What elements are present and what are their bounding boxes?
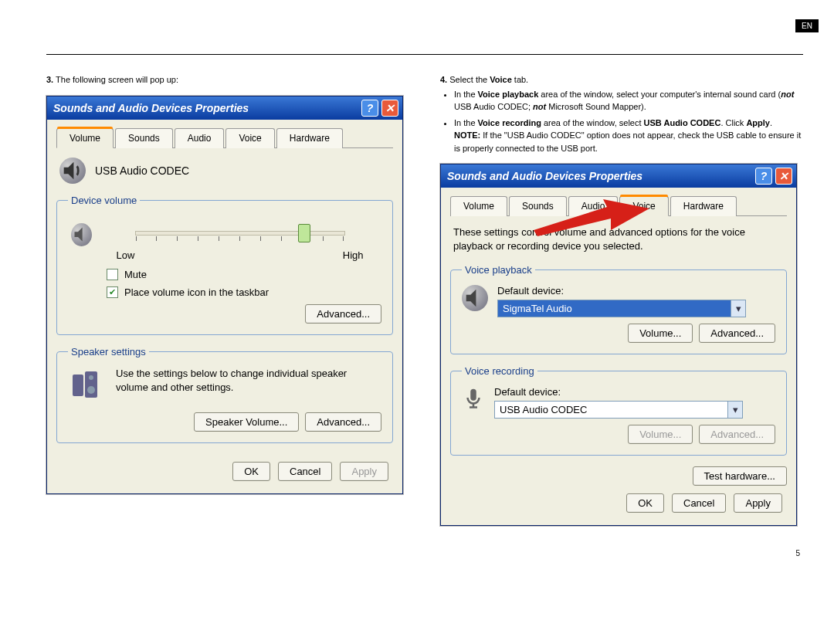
test-hardware-button[interactable]: Test hardware... (693, 466, 788, 486)
titlebar-left[interactable]: Sounds and Audio Devices Properties ? ✕ (47, 97, 402, 120)
speaker-volume-button[interactable]: Speaker Volume... (194, 412, 299, 432)
tab-audio[interactable]: Audio (175, 128, 225, 148)
speaker-advanced-button[interactable]: Advanced... (305, 412, 381, 432)
svg-point-3 (89, 375, 93, 380)
bullet-voice-recording: In the Voice recording area of the windo… (454, 117, 803, 155)
ok-button-r[interactable]: OK (626, 493, 664, 513)
svg-rect-0 (73, 375, 83, 396)
group-device-volume: Device volume Low (56, 195, 393, 335)
chevron-down-icon[interactable]: ▾ (727, 402, 742, 418)
svg-point-2 (87, 386, 95, 394)
window-volume: Sounds and Audio Devices Properties ? ✕ … (46, 96, 403, 494)
recording-device-select[interactable]: USB Audio CODEC ▾ (494, 401, 743, 419)
apply-button[interactable]: Apply (340, 462, 388, 481)
slider-low-label: Low (117, 249, 135, 261)
speakers-icon (68, 367, 105, 406)
tab-sounds[interactable]: Sounds (115, 128, 173, 148)
recording-volume-button[interactable]: Volume... (628, 425, 693, 444)
group-voice-recording: Voice recording Default device: USB Audi… (450, 365, 787, 456)
playback-advanced-button[interactable]: Advanced... (699, 324, 775, 343)
taskbar-checkbox[interactable]: ✔ (107, 286, 118, 298)
mute-label: Mute (124, 269, 147, 280)
slider-thumb[interactable] (298, 224, 310, 242)
recording-default-label: Default device: (494, 386, 743, 398)
divider (46, 54, 803, 55)
microphone-icon (462, 386, 485, 412)
tab-hardware-r[interactable]: Hardware (670, 196, 737, 216)
recording-advanced-button[interactable]: Advanced... (699, 425, 775, 444)
tab-voice[interactable]: Voice (225, 128, 274, 148)
group-speaker-settings: Speaker settings Use the settings (56, 346, 393, 443)
tab-volume-r[interactable]: Volume (450, 196, 507, 216)
language-tag: EN (795, 19, 819, 32)
step-4-text: 4. Select the Voice tab. In the Voice pl… (440, 73, 803, 154)
tab-voice-r[interactable]: Voice (619, 196, 668, 216)
slider-high-label: High (343, 249, 364, 261)
tab-hardware[interactable]: Hardware (276, 128, 343, 148)
group-device-volume-legend: Device volume (68, 195, 140, 206)
chevron-down-icon[interactable]: ▾ (731, 300, 745, 317)
bullet-voice-playback: In the Voice playback area of the window… (454, 88, 803, 114)
close-icon[interactable]: ✕ (381, 100, 398, 117)
playback-icon (462, 285, 488, 311)
tab-audio-r[interactable]: Audio (568, 196, 619, 216)
playback-volume-button[interactable]: Volume... (628, 324, 693, 343)
device-name: USB Audio CODEC (95, 164, 189, 177)
window-title-right: Sounds and Audio Devices Properties (447, 170, 642, 182)
playback-device-select[interactable]: SigmaTel Audio ▾ (497, 300, 746, 317)
speaker-device-icon (59, 158, 86, 184)
window-voice: Sounds and Audio Devices Properties ? ✕ … (440, 164, 797, 526)
group-voice-playback: Voice playback Default device: SigmaTel … (450, 264, 787, 354)
tabs-right: Volume Sounds Audio Voice Hardware (450, 195, 787, 216)
apply-button-r[interactable]: Apply (734, 493, 782, 513)
help-icon[interactable]: ? (361, 100, 378, 117)
cancel-button-r[interactable]: Cancel (672, 493, 726, 513)
cancel-button[interactable]: Cancel (278, 462, 332, 481)
group-speaker-legend: Speaker settings (68, 346, 149, 358)
volume-slider[interactable] (135, 231, 345, 236)
ok-button[interactable]: OK (232, 462, 270, 481)
tab-volume[interactable]: Volume (56, 128, 114, 148)
step-3-text: 3. The following screen will pop up: (46, 73, 409, 86)
speaker-text: Use the settings below to change individ… (116, 367, 381, 395)
device-advanced-button[interactable]: Advanced... (305, 304, 381, 324)
group-voice-recording-legend: Voice recording (462, 365, 537, 377)
mute-checkbox[interactable] (107, 269, 118, 280)
help-icon[interactable]: ? (755, 168, 772, 185)
close-icon[interactable]: ✕ (775, 168, 792, 185)
volume-icon (71, 223, 92, 246)
titlebar-right[interactable]: Sounds and Audio Devices Properties ? ✕ (441, 164, 796, 188)
page-number: 5 (46, 549, 803, 558)
svg-rect-5 (470, 389, 476, 401)
tab-sounds-r[interactable]: Sounds (509, 196, 567, 216)
group-voice-playback-legend: Voice playback (462, 264, 535, 276)
tabs-left: Volume Sounds Audio Voice Hardware (56, 127, 393, 148)
taskbar-label: Place volume icon in the taskbar (124, 286, 269, 298)
playback-default-label: Default device: (497, 285, 746, 297)
window-title: Sounds and Audio Devices Properties (53, 102, 249, 114)
voice-description: These settings control volume and advanc… (453, 225, 784, 253)
